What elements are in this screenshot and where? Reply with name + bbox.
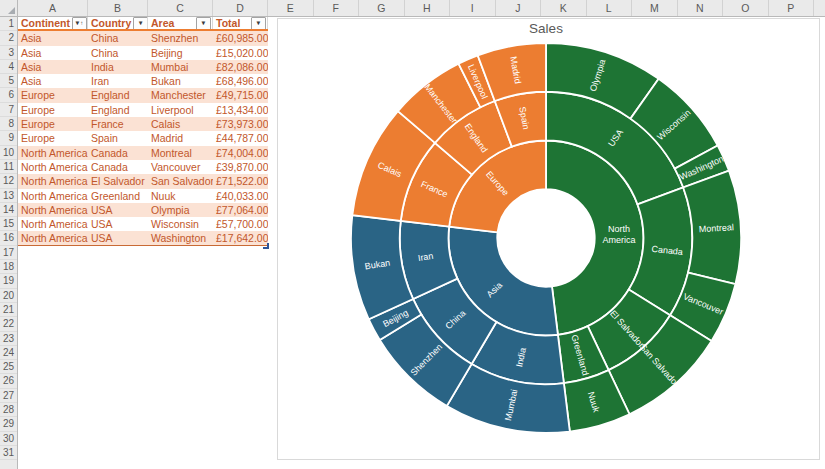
cell[interactable]: Asia (18, 46, 88, 60)
cell[interactable]: £44,787.00 (213, 131, 268, 145)
column-header-O[interactable]: O (723, 0, 769, 16)
cell[interactable]: Europe (18, 131, 88, 145)
cell[interactable]: £15,020.00 (213, 46, 268, 60)
row-header-14[interactable]: 14 (0, 203, 17, 217)
column-header-N[interactable]: N (678, 0, 724, 16)
cell[interactable]: £39,870.00 (213, 160, 268, 174)
row-header-30[interactable]: 30 (0, 432, 17, 446)
cell[interactable]: Europe (18, 88, 88, 102)
column-header-I[interactable]: I (450, 0, 496, 16)
cell[interactable]: Shenzhen (148, 31, 213, 45)
cell[interactable]: £57,700.00 (213, 217, 268, 231)
cell[interactable]: England (88, 88, 148, 102)
cell[interactable]: North America (18, 189, 88, 203)
row-header-21[interactable]: 21 (0, 303, 17, 317)
cell[interactable]: San Salvador (148, 174, 213, 188)
cell[interactable]: Greenland (88, 189, 148, 203)
cell[interactable]: Calais (148, 117, 213, 131)
row-header-11[interactable]: 11 (0, 160, 17, 174)
filter-dropdown-button[interactable]: ▾ (133, 17, 148, 29)
cell[interactable]: Europe (18, 117, 88, 131)
cell[interactable]: North America (18, 174, 88, 188)
cell[interactable]: £60,985.00 (213, 31, 268, 45)
cell[interactable]: £17,642.00 (213, 231, 268, 244)
cell[interactable]: £82,086.00 (213, 60, 268, 74)
row-header-18[interactable]: 18 (0, 260, 17, 274)
row-header-27[interactable]: 27 (0, 389, 17, 403)
cell[interactable]: Olympia (148, 203, 213, 217)
cell[interactable]: £68,496.00 (213, 74, 268, 88)
cell[interactable]: North America (18, 217, 88, 231)
table-resize-handle[interactable] (263, 243, 269, 249)
row-header-12[interactable]: 12 (0, 174, 17, 188)
cell[interactable]: £49,715.00 (213, 88, 268, 102)
cell[interactable]: Beijing (148, 46, 213, 60)
cell[interactable]: £71,522.00 (213, 174, 268, 188)
cell[interactable]: USA (88, 203, 148, 217)
column-header-L[interactable]: L (587, 0, 633, 16)
cell[interactable]: Europe (18, 103, 88, 117)
cell[interactable]: Liverpool (148, 103, 213, 117)
cell[interactable]: Bukan (148, 74, 213, 88)
cell[interactable]: India (88, 60, 148, 74)
cell[interactable]: £40,033.00 (213, 189, 268, 203)
column-header-E[interactable]: E (268, 0, 314, 16)
cell[interactable]: Iran (88, 74, 148, 88)
cell[interactable]: Canada (88, 146, 148, 160)
row-header-9[interactable]: 9 (0, 131, 17, 145)
row-header-29[interactable]: 29 (0, 417, 17, 431)
filter-dropdown-button[interactable]: ▾ (251, 17, 266, 29)
cell[interactable]: China (88, 46, 148, 60)
cell[interactable]: Nuuk (148, 189, 213, 203)
row-header-13[interactable]: 13 (0, 189, 17, 203)
cell[interactable]: North America (18, 146, 88, 160)
filter-sort-asc-button[interactable]: ▾↑ (72, 17, 87, 29)
column-header-J[interactable]: J (496, 0, 542, 16)
cell[interactable]: Canada (88, 160, 148, 174)
row-header-8[interactable]: 8 (0, 117, 17, 131)
table-header-total[interactable]: Total▾ (213, 17, 268, 29)
column-header-A[interactable]: A (18, 0, 88, 16)
select-all-corner[interactable] (0, 0, 18, 17)
cell[interactable]: North America (18, 231, 88, 244)
cell[interactable]: Wisconsin (148, 217, 213, 231)
column-header-M[interactable]: M (632, 0, 678, 16)
row-header-22[interactable]: 22 (0, 317, 17, 331)
row-header-3[interactable]: 3 (0, 46, 17, 60)
cell[interactable]: France (88, 117, 148, 131)
row-header-25[interactable]: 25 (0, 360, 17, 374)
row-header-24[interactable]: 24 (0, 346, 17, 360)
cell[interactable]: North America (18, 160, 88, 174)
column-header-D[interactable]: D (213, 0, 268, 16)
cell[interactable]: El Salvador (88, 174, 148, 188)
cell[interactable]: Washington (148, 231, 213, 244)
row-header-7[interactable]: 7 (0, 103, 17, 117)
cell[interactable]: Mumbai (148, 60, 213, 74)
row-header-15[interactable]: 15 (0, 217, 17, 231)
row-header-4[interactable]: 4 (0, 60, 17, 74)
row-header-10[interactable]: 10 (0, 146, 17, 160)
column-header-K[interactable]: K (541, 0, 587, 16)
row-header-16[interactable]: 16 (0, 231, 17, 245)
cell[interactable]: Vancouver (148, 160, 213, 174)
cell[interactable]: £77,064.00 (213, 203, 268, 217)
cell[interactable]: Asia (18, 31, 88, 45)
column-header-G[interactable]: G (359, 0, 405, 16)
row-header-23[interactable]: 23 (0, 332, 17, 346)
cell[interactable]: £73,973.00 (213, 117, 268, 131)
row-header-1[interactable]: 1 (0, 17, 17, 31)
table-header-country[interactable]: Country▾ (88, 17, 148, 29)
cell[interactable]: USA (88, 217, 148, 231)
row-header-5[interactable]: 5 (0, 74, 17, 88)
cell[interactable]: Asia (18, 74, 88, 88)
row-header-6[interactable]: 6 (0, 88, 17, 102)
row-header-20[interactable]: 20 (0, 289, 17, 303)
cell[interactable]: China (88, 31, 148, 45)
column-header-H[interactable]: H (405, 0, 451, 16)
cell[interactable]: Montreal (148, 146, 213, 160)
row-header-26[interactable]: 26 (0, 374, 17, 388)
column-header-F[interactable]: F (314, 0, 360, 16)
column-header-B[interactable]: B (88, 0, 148, 16)
row-header-2[interactable]: 2 (0, 31, 17, 45)
cell[interactable]: £13,434.00 (213, 103, 268, 117)
